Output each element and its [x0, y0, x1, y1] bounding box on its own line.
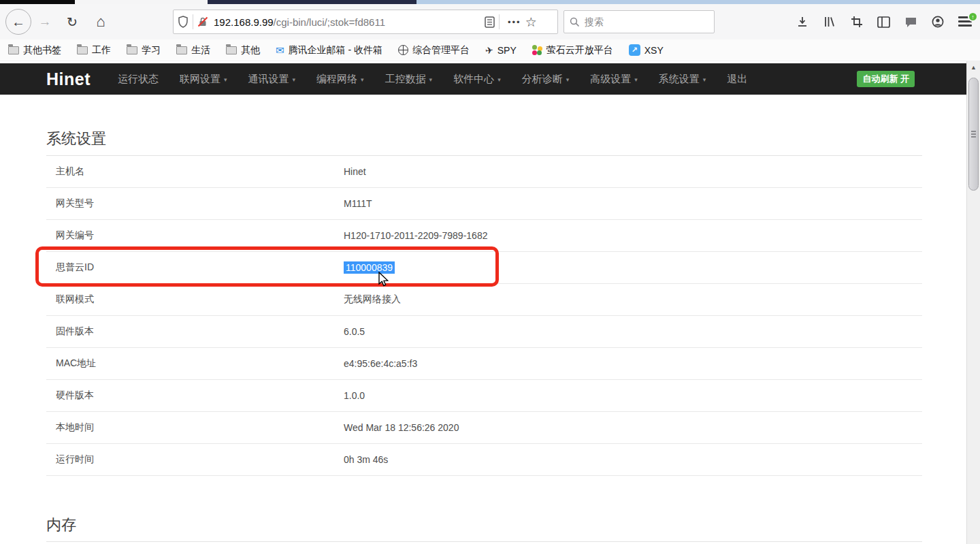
globe-icon [398, 45, 408, 55]
reload-button[interactable]: ↻ [63, 12, 82, 31]
bookmark-xsy[interactable]: ↗ XSY [629, 44, 664, 56]
url-fade [437, 16, 485, 28]
nav-item-diagnostics[interactable]: 分析诊断 ▾ [522, 73, 570, 86]
bookmark-label: SPY [497, 45, 517, 56]
bookmark-label: 综合管理平台 [412, 44, 470, 57]
bookmark-tencent-mail[interactable]: ✉ 腾讯企业邮箱 - 收件箱 [276, 44, 382, 57]
folder-icon [77, 46, 88, 54]
auto-refresh-badge[interactable]: 自动刷新 开 [857, 71, 915, 87]
arrow-app-icon: ↗ [629, 44, 640, 56]
row-label: 本地时间 [46, 421, 344, 434]
nav-item-programming-network[interactable]: 编程网络 ▾ [316, 73, 364, 86]
table-row-firmware-version: 固件版本 6.0.5 [46, 316, 922, 348]
nav-item-industrial-data[interactable]: 工控数据 ▾ [385, 73, 433, 86]
row-label: 硬件版本 [46, 389, 344, 402]
table-row-mac-address: MAC地址 e4:95:6e:4c:a5:f3 [46, 348, 922, 380]
bookmark-folder-misc[interactable]: 其他 [226, 44, 260, 57]
screenshot-icon[interactable] [851, 16, 863, 28]
chevron-down-icon: ▾ [703, 76, 706, 83]
row-value: 0h 3m 46s [344, 454, 388, 465]
bookmarks-bar: 其他书签 工作 学习 生活 其他 ✉ 腾讯企业邮箱 - 收件箱 综合管理平台 ✈… [0, 39, 980, 61]
row-value: 无线网络接入 [344, 293, 401, 306]
scrollbar-grip-icon [971, 131, 976, 139]
tracking-shield-icon[interactable] [178, 16, 189, 28]
row-label: MAC地址 [46, 357, 344, 370]
sidebar-icon[interactable] [877, 16, 890, 28]
home-button[interactable]: ⌂ [91, 12, 110, 31]
chat-bubble-icon[interactable] [904, 16, 917, 28]
bookmark-label: 工作 [92, 44, 111, 57]
bookmark-folder-work[interactable]: 工作 [77, 44, 111, 57]
row-value: Wed Mar 18 12:56:26 2020 [344, 422, 459, 433]
table-row-gateway-model: 网关型号 M111T [46, 188, 922, 220]
search-input[interactable] [585, 16, 693, 27]
row-value: M111T [344, 198, 372, 209]
nav-item-running-status[interactable]: 运行状态 [118, 73, 159, 86]
row-label: 网关型号 [46, 197, 344, 210]
nav-item-system-settings[interactable]: 系统设置 ▾ [659, 73, 706, 86]
reload-icon: ↻ [67, 14, 78, 30]
row-value: Hinet [344, 166, 366, 177]
table-row-hostname: 主机名 Hinet [46, 156, 922, 188]
menu-button[interactable]: ↑ [958, 16, 972, 27]
divider [193, 14, 193, 29]
nav-item-network-settings[interactable]: 联网设置 ▾ [180, 73, 227, 86]
nav-item-comm-settings[interactable]: 通讯设置 ▾ [248, 73, 296, 86]
bookmark-spy[interactable]: ✈ SPY [485, 45, 517, 56]
bookmark-ys-open-platform[interactable]: 萤石云开放平台 [532, 44, 613, 57]
mail-icon: ✉ [276, 44, 284, 57]
browser-toolbar: ← → ↻ ⌂ 192.168.9.99/cgi-bin/luci/;stok=… [0, 4, 980, 39]
brand-logo[interactable]: Hinet [46, 69, 91, 89]
chevron-down-icon: ▾ [361, 76, 364, 83]
row-label: 网关编号 [46, 229, 344, 242]
table-row-uptime: 运行时间 0h 3m 46s [46, 444, 922, 476]
update-available-badge: ↑ [968, 12, 978, 22]
chevron-down-icon: ▾ [566, 76, 570, 83]
library-icon[interactable] [823, 16, 836, 28]
chevron-down-icon: ▾ [497, 76, 501, 83]
url-path: /cgi-bin/luci/;stok=fd8611 [274, 16, 385, 28]
search-box[interactable] [564, 10, 715, 33]
chevron-down-icon: ▾ [293, 76, 296, 83]
insecure-lock-icon[interactable] [197, 16, 208, 27]
row-label: 联网模式 [46, 293, 344, 306]
table-row-local-time: 本地时间 Wed Mar 18 12:56:26 2020 [46, 412, 922, 444]
bookmark-folder-study[interactable]: 学习 [127, 44, 161, 57]
nav-item-logout[interactable]: 退出 [727, 73, 747, 86]
folder-icon [176, 46, 187, 54]
bookmark-folder-other-bookmarks[interactable]: 其他书签 [8, 44, 61, 57]
bookmark-management-platform[interactable]: 综合管理平台 [398, 44, 470, 57]
row-label: 思普云ID [46, 261, 344, 274]
scrollbar-thumb[interactable] [968, 78, 979, 191]
forward-icon: → [39, 14, 52, 29]
back-button[interactable]: ← [5, 9, 31, 35]
page-content: Hinet 运行状态 联网设置 ▾ 通讯设置 ▾ 编程网络 ▾ 工控数据 ▾ 软… [0, 61, 966, 544]
bookmark-label: 其他书签 [23, 44, 61, 57]
dots-icon [532, 45, 542, 55]
bookmark-label: 学习 [142, 44, 161, 57]
search-icon [570, 17, 580, 27]
row-value: H120-1710-2011-2209-7989-1682 [344, 230, 487, 241]
reader-mode-icon[interactable] [485, 16, 495, 28]
table-row-sipu-cloud-id: 思普云ID 110000839 [46, 252, 922, 284]
nav-item-software-center[interactable]: 软件中心 ▾ [453, 73, 501, 86]
scrollbar-up-arrow[interactable]: ▲ [967, 61, 980, 74]
bookmark-label: 生活 [191, 44, 210, 57]
plane-icon: ✈ [485, 44, 494, 56]
downloads-icon[interactable] [796, 16, 808, 28]
nav-item-advanced-settings[interactable]: 高级设置 ▾ [590, 73, 638, 86]
system-info-table: 主机名 Hinet 网关型号 M111T 网关编号 H120-1710-2011… [46, 156, 922, 476]
page-scrollbar[interactable]: ▲ [966, 61, 980, 544]
folder-icon [127, 46, 137, 54]
chevron-down-icon: ▾ [634, 76, 638, 83]
url-bar[interactable]: 192.168.9.99/cgi-bin/luci/;stok=fd8611 •… [173, 10, 558, 34]
row-value: e4:95:6e:4c:a5:f3 [344, 358, 417, 369]
bookmark-star-icon[interactable]: ☆ [525, 14, 537, 30]
row-label: 运行时间 [46, 453, 344, 466]
chevron-down-icon: ▾ [429, 76, 433, 83]
account-icon[interactable] [932, 16, 944, 28]
forward-button[interactable]: → [35, 12, 54, 31]
row-label: 固件版本 [46, 325, 344, 338]
bookmark-folder-life[interactable]: 生活 [176, 44, 210, 57]
page-actions-icon[interactable]: ••• [508, 17, 521, 27]
